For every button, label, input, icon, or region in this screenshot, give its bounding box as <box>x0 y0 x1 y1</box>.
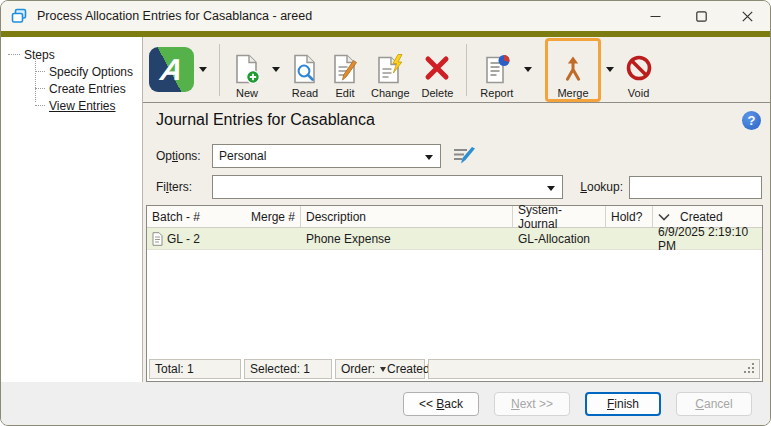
chevron-down-icon[interactable] <box>606 67 614 76</box>
merge-button[interactable]: Merge <box>551 41 594 99</box>
back-button[interactable]: << Back <box>403 392 479 416</box>
title-bar: Process Allocation Entries for Casablanc… <box>1 1 770 31</box>
chevron-down-icon[interactable] <box>272 67 280 76</box>
tree-stub <box>35 71 45 72</box>
edit-options-icon[interactable] <box>452 145 477 167</box>
tree-stub <box>8 54 20 55</box>
grid-status-bar: Total: 1 Selected: 1 Order: Created <box>147 358 762 381</box>
grid-empty-area <box>147 250 762 358</box>
change-button[interactable]: Change <box>365 41 416 99</box>
change-document-icon <box>376 54 404 85</box>
help-button[interactable]: ? <box>742 111 761 130</box>
maximize-icon <box>696 11 707 22</box>
close-button[interactable] <box>724 1 770 31</box>
status-spacer <box>428 359 760 379</box>
filters-label: Filters: <box>156 180 206 194</box>
cell-batch: GL - 2 <box>167 232 200 246</box>
options-label: Options: <box>156 149 206 163</box>
delete-x-icon <box>423 54 451 85</box>
read-document-icon <box>291 54 319 85</box>
cell-merge <box>233 228 301 249</box>
column-header-batch[interactable]: Batch - # <box>147 206 233 227</box>
sidebar-item-specify-options[interactable]: Specify Options <box>35 63 142 80</box>
sort-direction-icon <box>380 367 386 375</box>
edit-button-label: Edit <box>336 87 355 99</box>
page-title: Journal Entries for Casablanca <box>156 111 375 129</box>
steps-sidebar: Steps Specify Options Create Entries Vie… <box>1 37 143 382</box>
cell-description: Phone Expense <box>301 228 513 249</box>
column-header-description[interactable]: Description <box>301 206 513 227</box>
question-mark-icon: ? <box>748 113 756 128</box>
maximize-button[interactable] <box>678 1 724 31</box>
minimize-icon <box>650 11 661 22</box>
new-button[interactable]: New <box>227 41 267 99</box>
void-button[interactable]: Void <box>619 41 659 99</box>
report-button[interactable]: Report <box>474 41 519 99</box>
column-header-merge[interactable]: Merge # <box>233 206 301 227</box>
read-button-label: Read <box>292 87 318 99</box>
new-button-label: New <box>236 87 258 99</box>
lookup-label: Lookup: <box>580 180 623 194</box>
status-total: Total: 1 <box>149 359 241 379</box>
merge-button-label: Merge <box>557 87 588 99</box>
filters-dropdown[interactable] <box>212 175 563 199</box>
cancel-button: Cancel <box>676 392 752 416</box>
tree-root-label: Steps <box>24 48 55 62</box>
options-dropdown[interactable]: Personal <box>212 144 441 168</box>
entries-grid: Batch - # Merge # Description System-Jou… <box>146 205 763 382</box>
accountmate-logo-icon: A <box>149 47 194 92</box>
new-document-icon <box>233 54 261 85</box>
options-dropdown-value: Personal <box>219 149 266 163</box>
resize-grip[interactable] <box>752 363 754 365</box>
report-document-icon <box>483 54 511 85</box>
sidebar-item-label: Specify Options <box>49 65 133 79</box>
tree-stub <box>35 88 45 89</box>
finish-button[interactable]: Finish <box>585 392 661 416</box>
sidebar-item-label: View Entries <box>49 99 115 113</box>
cell-system-journal: GL-Allocation <box>513 228 606 249</box>
process-allocation-window: Process Allocation Entries for Casablanc… <box>0 0 771 426</box>
toolbar: A New <box>143 37 770 103</box>
sort-chevron-down-icon <box>658 213 670 221</box>
window-title: Process Allocation Entries for Casablanc… <box>37 9 312 23</box>
next-button: Next >> <box>494 392 570 416</box>
report-button-label: Report <box>480 87 513 99</box>
chevron-down-icon <box>425 155 433 164</box>
merge-arrows-icon <box>559 54 587 85</box>
column-header-system-journal[interactable]: System-Journal <box>513 206 606 227</box>
sidebar-item-create-entries[interactable]: Create Entries <box>35 80 142 97</box>
window-icon <box>11 8 28 24</box>
sidebar-item-view-entries[interactable]: View Entries <box>35 97 142 114</box>
sidebar-item-label: Create Entries <box>49 82 126 96</box>
toolbar-separator <box>466 44 467 96</box>
chevron-down-icon <box>547 186 555 195</box>
change-button-label: Change <box>371 87 410 99</box>
cell-created: 6/9/2025 2:19:10 PM <box>653 228 762 249</box>
edit-button[interactable]: Edit <box>325 41 365 99</box>
read-button[interactable]: Read <box>285 41 325 99</box>
toolbar-separator <box>219 44 220 96</box>
status-selected: Selected: 1 <box>244 359 332 379</box>
delete-button-label: Delete <box>422 87 454 99</box>
edit-document-icon <box>331 54 359 85</box>
chevron-down-icon[interactable] <box>524 67 532 76</box>
close-icon <box>742 11 753 22</box>
tree-root-steps: Steps <box>8 46 142 63</box>
minimize-button[interactable] <box>632 1 678 31</box>
chevron-down-icon <box>199 67 207 76</box>
lookup-input[interactable] <box>629 176 762 199</box>
column-header-hold[interactable]: Hold? <box>606 206 653 227</box>
table-row[interactable]: GL - 2 Phone Expense GL-Allocation 6/9/2… <box>147 228 762 250</box>
merge-highlight-box: Merge <box>545 38 600 102</box>
cell-hold <box>606 228 653 249</box>
journal-entry-icon <box>152 232 163 246</box>
tree-stub <box>35 105 45 106</box>
void-button-label: Void <box>628 87 649 99</box>
void-prohibition-icon <box>625 54 653 85</box>
delete-button[interactable]: Delete <box>416 41 460 99</box>
app-logo-button[interactable]: A <box>149 47 212 92</box>
status-order: Order: Created <box>335 359 425 379</box>
wizard-button-bar: << Back Next >> Finish Cancel <box>1 382 770 425</box>
